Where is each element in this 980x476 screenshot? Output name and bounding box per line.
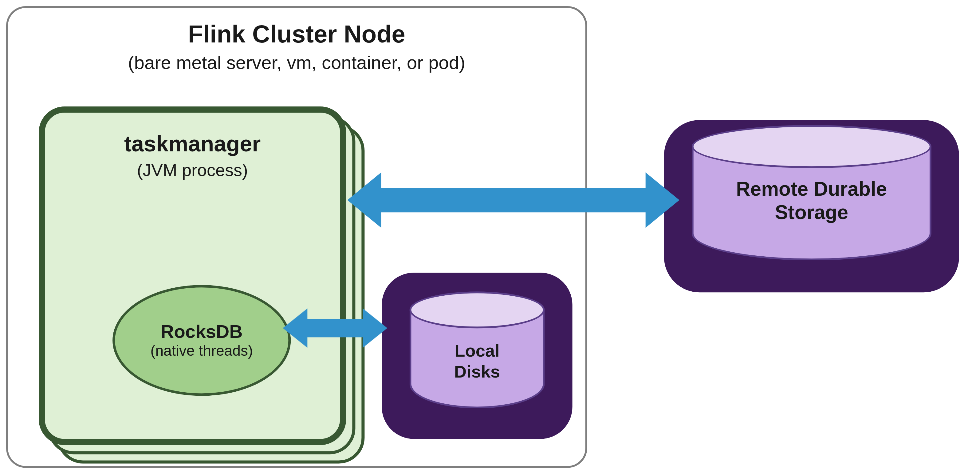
cluster-subtitle: (bare metal server, vm, container, or po… <box>8 52 585 73</box>
rocksdb-subtitle: (native threads) <box>150 342 253 359</box>
cluster-node-box: Flink Cluster Node (bare metal server, v… <box>6 6 587 468</box>
remote-storage-container: Remote Durable Storage <box>664 120 959 292</box>
local-disks-label: Local Disks <box>409 340 544 382</box>
local-disks-cylinder: Local Disks <box>409 291 544 408</box>
remote-storage-label: Remote Durable Storage <box>692 177 931 225</box>
cylinder-top-icon <box>409 291 544 328</box>
local-disks-container: Local Disks <box>382 273 572 439</box>
local-disks-label-line1: Local <box>455 341 500 360</box>
taskmanager-subtitle: (JVM process) <box>45 161 340 180</box>
cylinder-top-icon <box>692 125 931 168</box>
local-disks-label-line2: Disks <box>454 362 500 381</box>
taskmanager-title: taskmanager <box>45 131 340 157</box>
remote-storage-label-line1: Remote Durable <box>736 178 887 200</box>
remote-storage-label-line2: Storage <box>775 201 848 224</box>
remote-storage-cylinder: Remote Durable Storage <box>692 125 931 260</box>
diagram-canvas: Flink Cluster Node (bare metal server, v… <box>0 0 980 476</box>
rocksdb-title: RocksDB <box>161 321 243 342</box>
taskmanager-card-front: taskmanager (JVM process) RocksDB (nativ… <box>39 107 346 445</box>
cluster-title: Flink Cluster Node <box>8 20 585 48</box>
rocksdb-ellipse: RocksDB (native threads) <box>113 285 291 396</box>
